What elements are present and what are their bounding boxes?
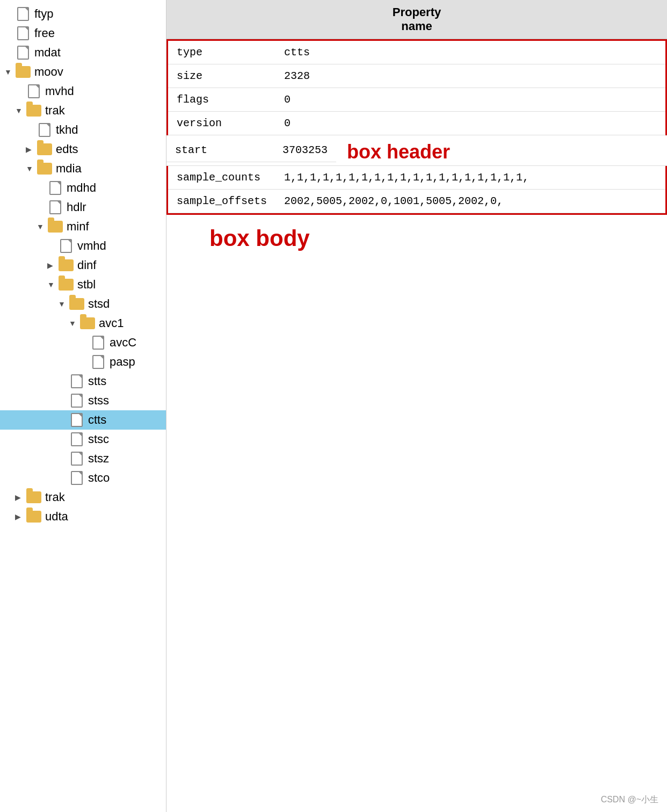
folder-icon xyxy=(26,104,42,117)
tree-arrow-minf: ▼ xyxy=(37,222,47,231)
prop-val-version: 0 xyxy=(276,112,665,135)
tree-label-moov: moov xyxy=(34,65,63,79)
tree-label-stss: stss xyxy=(88,394,109,408)
box-header-label: box header xyxy=(336,135,459,165)
tree-arrow-stsd: ▼ xyxy=(58,300,69,308)
tree-item-stco[interactable]: stco xyxy=(0,468,166,488)
file-icon xyxy=(69,394,85,407)
tree-label-mdat: mdat xyxy=(34,46,61,60)
tree-item-pasp[interactable]: pasp xyxy=(0,352,166,372)
box-body-outline: sample_counts 1,1,1,1,1,1,1,1,1,1,1,1,1,… xyxy=(166,166,667,215)
tree-label-minf: minf xyxy=(67,220,89,234)
file-icon xyxy=(69,472,85,484)
tree-item-ftyp[interactable]: ftyp xyxy=(0,4,166,24)
tree-item-mdat[interactable]: mdat xyxy=(0,43,166,62)
tree-item-stss[interactable]: stss xyxy=(0,391,166,410)
start-table: start 3703253 xyxy=(166,139,336,162)
tree-item-avc1[interactable]: ▼avc1 xyxy=(0,314,166,333)
file-icon xyxy=(69,414,85,426)
tree-label-ctts: ctts xyxy=(88,413,106,427)
box-body-label: box body xyxy=(166,215,667,253)
box-body-annotation-row: box body xyxy=(166,215,667,253)
file-icon xyxy=(90,336,106,349)
prop-val-sample-counts: 1,1,1,1,1,1,1,1,1,1,1,1,1,1,1,1,1,1,1, xyxy=(276,166,665,190)
tree-item-dinf[interactable]: ▶dinf xyxy=(0,256,166,275)
tree-arrow-mdia: ▼ xyxy=(26,164,37,173)
tree-item-stsz[interactable]: stsz xyxy=(0,449,166,468)
tree-item-mdia[interactable]: ▼mdia xyxy=(0,159,166,178)
tree-arrow-moov: ▼ xyxy=(4,68,15,76)
prop-row-size: size 2328 xyxy=(168,64,665,88)
tree-item-avcC[interactable]: avcC xyxy=(0,333,166,352)
tree-label-mdia: mdia xyxy=(56,162,82,176)
tree-label-stbl: stbl xyxy=(77,278,96,292)
tree-item-tkhd[interactable]: tkhd xyxy=(0,120,166,140)
folder-icon xyxy=(26,510,42,523)
tree-arrow-dinf: ▶ xyxy=(47,261,58,270)
folder-icon xyxy=(58,259,74,272)
prop-key-sample-offsets: sample_offsets xyxy=(168,190,276,213)
tree-item-stbl[interactable]: ▼stbl xyxy=(0,275,166,294)
prop-val-type: ctts xyxy=(276,41,665,64)
tree-item-vmhd[interactable]: vmhd xyxy=(0,236,166,256)
prop-row-sample-counts: sample_counts 1,1,1,1,1,1,1,1,1,1,1,1,1,… xyxy=(168,166,665,190)
folder-icon xyxy=(37,162,53,175)
prop-key-size: size xyxy=(168,64,276,88)
file-icon xyxy=(47,182,63,194)
tree-item-moov[interactable]: ▼moov xyxy=(0,62,166,82)
folder-icon xyxy=(79,317,96,330)
tree-label-stsc: stsc xyxy=(88,432,109,446)
file-icon xyxy=(47,201,63,214)
prop-key-sample-counts: sample_counts xyxy=(168,166,276,190)
box-header-annotation-row: start 3703253 box header xyxy=(166,135,667,166)
tree-item-hdlr[interactable]: hdlr xyxy=(0,198,166,217)
tree-item-stsc[interactable]: stsc xyxy=(0,430,166,449)
tree-item-udta[interactable]: ▶udta xyxy=(0,507,166,526)
prop-key-flags: flags xyxy=(168,88,276,112)
watermark: CSDN @~小生 xyxy=(601,794,658,806)
folder-icon xyxy=(15,66,31,78)
file-icon xyxy=(26,85,42,98)
tree-item-edts[interactable]: ▶edts xyxy=(0,140,166,159)
box-header-outline: type ctts size 2328 flags 0 version 0 xyxy=(166,39,667,135)
tree-label-tkhd: tkhd xyxy=(56,123,78,137)
tree-label-avcC: avcC xyxy=(110,336,136,350)
tree-label-trak1: trak xyxy=(45,104,65,118)
tree-arrow-avc1: ▼ xyxy=(69,319,79,328)
tree-label-pasp: pasp xyxy=(110,355,135,369)
tree-label-stsd: stsd xyxy=(88,297,110,311)
tree-label-edts: edts xyxy=(56,142,78,156)
tree-label-vmhd: vmhd xyxy=(77,239,106,253)
property-header: Propertyname xyxy=(166,0,667,39)
file-icon xyxy=(15,46,31,59)
tree-item-trak1[interactable]: ▼trak xyxy=(0,101,166,120)
tree-item-free[interactable]: free xyxy=(0,24,166,43)
property-header-text: Propertyname xyxy=(393,5,441,33)
file-icon xyxy=(15,27,31,40)
tree-label-hdlr: hdlr xyxy=(67,200,86,214)
prop-val-start: 3703253 xyxy=(274,139,336,162)
tree-item-trak2[interactable]: ▶trak xyxy=(0,488,166,507)
tree-arrow-trak1: ▼ xyxy=(15,106,26,115)
tree-item-mvhd[interactable]: mvhd xyxy=(0,82,166,101)
tree-label-avc1: avc1 xyxy=(99,316,124,330)
tree-label-udta: udta xyxy=(45,510,68,524)
tree-label-free: free xyxy=(34,26,55,40)
tree-item-ctts[interactable]: ctts xyxy=(0,410,166,430)
tree-item-mdhd[interactable]: mdhd xyxy=(0,178,166,198)
prop-key-start: start xyxy=(166,139,274,162)
file-icon xyxy=(69,433,85,446)
folder-icon xyxy=(47,220,63,233)
tree-arrow-udta: ▶ xyxy=(15,512,26,521)
prop-row-start: start 3703253 xyxy=(166,139,336,162)
file-icon xyxy=(90,356,106,368)
tree-label-mdhd: mdhd xyxy=(67,181,96,195)
prop-key-type: type xyxy=(168,41,276,64)
box-body-table: sample_counts 1,1,1,1,1,1,1,1,1,1,1,1,1,… xyxy=(168,166,665,213)
tree-item-stsd[interactable]: ▼stsd xyxy=(0,294,166,314)
tree-item-minf[interactable]: ▼minf xyxy=(0,217,166,236)
tree-item-stts[interactable]: stts xyxy=(0,372,166,391)
tree-panel: ftypfreemdat▼moovmvhd▼traktkhd▶edts▼mdia… xyxy=(0,0,166,812)
folder-icon xyxy=(37,143,53,156)
prop-row-flags: flags 0 xyxy=(168,88,665,112)
